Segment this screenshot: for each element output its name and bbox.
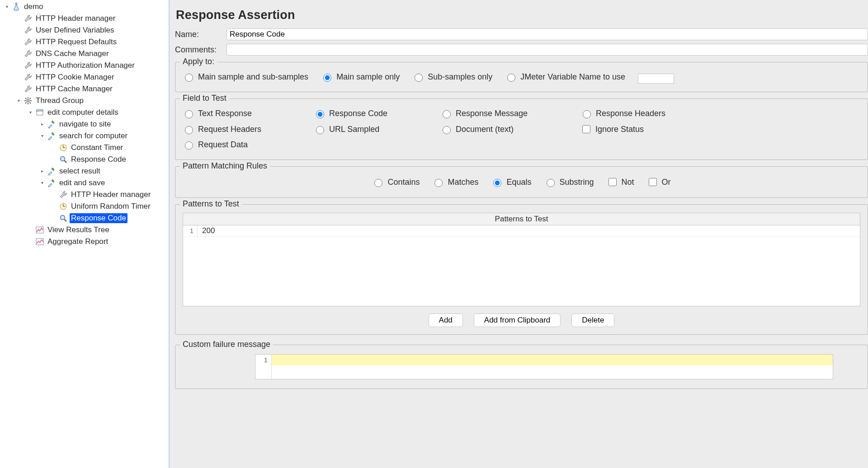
chevron-down-icon[interactable]: ▾ [15, 98, 22, 104]
pattern-matching-option[interactable]: Matches [432, 178, 478, 187]
wrench-icon [59, 190, 68, 199]
pattern-matching-group: Pattern Matching Rules ContainsMatchesEq… [175, 166, 868, 198]
field-to-test-option[interactable]: Request Data [183, 140, 314, 150]
tree-item[interactable]: Response Code [0, 154, 169, 165]
radio-input[interactable] [316, 126, 324, 134]
svg-point-23 [61, 215, 65, 220]
option-label: Not [622, 178, 634, 187]
tree-panel[interactable]: ▾demoHTTP Header managerUser Defined Var… [0, 0, 170, 468]
tree-item[interactable]: ▾demo [0, 1, 169, 13]
radio-input[interactable] [493, 179, 501, 187]
delete-button[interactable]: Delete [571, 314, 614, 327]
pattern-matching-option[interactable]: Equals [491, 178, 531, 187]
comments-input[interactable] [226, 44, 868, 56]
radio-input[interactable] [185, 141, 193, 150]
toggle-spacer [15, 86, 22, 92]
field-to-test-option[interactable]: Text Response [183, 109, 314, 118]
pattern-matching-check[interactable]: Not [607, 177, 634, 187]
radio-input[interactable] [185, 74, 193, 82]
tree-item[interactable]: HTTP Authorization Manager [0, 60, 169, 71]
tree-item[interactable]: ▾search for computer [0, 130, 169, 142]
editor-active-line[interactable] [272, 355, 833, 365]
option-label: Text Response [198, 109, 252, 118]
checkbox-input[interactable] [609, 178, 617, 186]
pattern-matching-check[interactable]: Or [647, 177, 671, 187]
add-button[interactable]: Add [429, 314, 463, 327]
radio-input[interactable] [547, 179, 555, 187]
apply-to-option[interactable]: Main sample and sub-samples [183, 72, 308, 82]
tree-item[interactable]: ▾Thread Group [0, 95, 169, 107]
custom-failure-editor[interactable]: 1 [255, 354, 833, 379]
field-to-test-option[interactable]: Request Headers [183, 124, 314, 135]
radio-input[interactable] [443, 110, 451, 118]
tree-item[interactable]: HTTP Cookie Manager [0, 71, 169, 83]
pattern-matching-option[interactable]: Contains [372, 178, 420, 187]
tree-item[interactable]: ▾edit and save [0, 177, 169, 189]
chevron-down-icon[interactable]: ▾ [27, 109, 33, 116]
option-label: Response Code [329, 109, 387, 118]
svg-point-16 [61, 157, 65, 161]
option-label: Substring [560, 178, 594, 187]
field-to-test-option[interactable]: Ignore Status [580, 124, 860, 135]
toggle-spacer [15, 27, 22, 33]
radio-input[interactable] [443, 126, 451, 134]
radio-input[interactable] [316, 110, 324, 118]
chevron-right-icon[interactable]: ▸ [39, 168, 45, 174]
tree-item[interactable]: HTTP Cache Manager [0, 83, 169, 95]
tree-item[interactable]: Constant Timer [0, 142, 169, 154]
patterns-table[interactable]: 1200 [183, 225, 860, 306]
add-from-clipboard-button[interactable]: Add from Clipboard [474, 314, 561, 327]
radio-input[interactable] [415, 74, 423, 82]
tree-item[interactable]: HTTP Header manager [0, 189, 169, 201]
radio-input[interactable] [323, 74, 331, 82]
name-input[interactable] [226, 28, 868, 40]
patterns-to-test-legend: Patterns to Test [180, 199, 242, 209]
field-to-test-option[interactable]: Document (text) [440, 124, 580, 135]
radio-input[interactable] [507, 74, 515, 82]
field-to-test-option[interactable]: Response Code [314, 109, 440, 118]
svg-line-5 [25, 98, 26, 99]
table-row[interactable]: 1200 [183, 225, 860, 237]
tree-item[interactable]: Aggregate Report [0, 236, 169, 248]
apply-to-option[interactable]: Sub-samples only [412, 72, 492, 82]
pattern-matching-option[interactable]: Substring [544, 178, 594, 187]
field-to-test-option[interactable]: Response Message [440, 109, 580, 118]
tree-item[interactable]: View Results Tree [0, 224, 169, 236]
lens-icon [59, 155, 68, 164]
chevron-down-icon[interactable]: ▾ [4, 4, 10, 10]
tree-item[interactable]: ▸select result [0, 165, 169, 177]
radio-input[interactable] [583, 110, 591, 118]
tree-item[interactable]: DNS Cache Manager [0, 48, 169, 60]
apply-to-option[interactable]: Main sample only [321, 72, 400, 82]
tree-item-label: Constant Timer [70, 143, 124, 153]
tree-item[interactable]: Response Code [0, 212, 169, 224]
tree-item-label: Aggregate Report [46, 237, 109, 247]
chevron-down-icon[interactable]: ▾ [39, 180, 45, 186]
tree-item[interactable]: HTTP Request Defaults [0, 36, 169, 48]
field-to-test-option[interactable]: Response Headers [580, 109, 860, 118]
tree-item[interactable]: User Defined Variables [0, 24, 169, 36]
checkbox-input[interactable] [649, 178, 657, 186]
radio-input[interactable] [434, 179, 443, 187]
chevron-down-icon[interactable]: ▾ [39, 133, 45, 139]
tree-item-label: Thread Group [34, 96, 85, 106]
svg-rect-19 [52, 179, 54, 182]
radio-input[interactable] [374, 179, 382, 187]
chevron-right-icon[interactable]: ▸ [39, 121, 45, 127]
tree-item[interactable]: HTTP Header manager [0, 13, 169, 24]
radio-input[interactable] [185, 110, 193, 118]
tree-item[interactable]: ▾edit computer details [0, 107, 169, 118]
option-label: Main sample and sub-samples [198, 72, 308, 82]
pattern-cell[interactable]: 200 [198, 225, 215, 236]
radio-input[interactable] [185, 126, 193, 134]
panel-title: Response Assertion [175, 8, 868, 22]
dropper-icon [47, 131, 56, 140]
chart-icon [35, 225, 44, 234]
field-to-test-option[interactable]: URL Sampled [314, 124, 440, 135]
jmeter-variable-input[interactable] [638, 74, 674, 84]
checkbox-input[interactable] [582, 125, 590, 133]
tree-item[interactable]: Uniform Random Timer [0, 201, 169, 212]
tree-item[interactable]: ▸navigate to site [0, 118, 169, 130]
apply-to-option[interactable]: JMeter Variable Name to use [505, 72, 625, 82]
option-label: Sub-samples only [428, 72, 492, 82]
